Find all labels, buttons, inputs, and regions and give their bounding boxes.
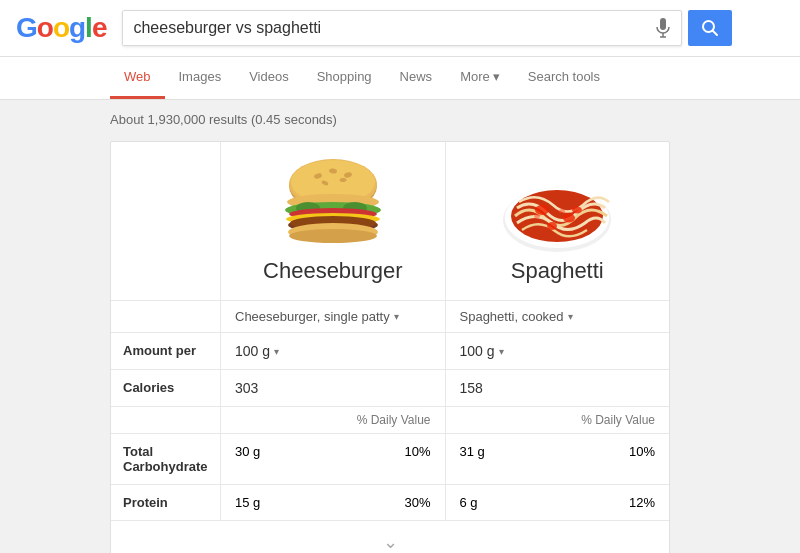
svg-point-29: [572, 207, 582, 214]
food2-serving-select[interactable]: Spaghetti, cooked ▾: [446, 301, 670, 332]
food2-protein-percent: 12%: [629, 495, 655, 510]
percent-daily-header-row: % Daily Value % Daily Value: [111, 407, 669, 434]
food2-carb-values: 31 g 10%: [446, 434, 670, 484]
food1-calories: 303: [221, 370, 446, 406]
tab-shopping[interactable]: Shopping: [303, 57, 386, 99]
food2-serving-arrow: ▾: [568, 311, 573, 322]
food1-protein-percent: 30%: [404, 495, 430, 510]
food2-amount-value: 100 g: [460, 343, 495, 359]
tab-more[interactable]: More ▾: [446, 57, 514, 99]
chevron-down-icon: ▾: [493, 69, 500, 84]
search-button[interactable]: [688, 10, 732, 46]
tab-news[interactable]: News: [386, 57, 447, 99]
protein-row: Protein 15 g 30% 6 g 12%: [111, 485, 669, 521]
calories-row: Calories 303 158: [111, 370, 669, 407]
expand-row: ⌄: [111, 521, 669, 553]
food2-col: Spaghetti: [446, 142, 670, 300]
search-input[interactable]: [123, 11, 645, 45]
food1-serving-select[interactable]: Cheeseburger, single patty ▾: [221, 301, 446, 332]
top-bar: Google: [0, 0, 800, 57]
svg-point-30: [534, 214, 540, 218]
svg-point-27: [563, 214, 575, 223]
results-count: About 1,930,000 results (0.45 seconds): [110, 112, 690, 127]
food2-carb-amount: 31 g: [460, 444, 485, 474]
svg-line-4: [713, 31, 718, 36]
food1-pdv-header: % Daily Value: [221, 407, 446, 433]
search-box-container: [122, 10, 682, 46]
food2-name: Spaghetti: [511, 258, 604, 284]
food1-amount[interactable]: 100 g ▾: [221, 333, 446, 369]
comparison-card: Cheeseburger: [110, 141, 670, 553]
calories-label: Calories: [111, 370, 221, 406]
food1-protein-values: 15 g 30%: [221, 485, 446, 520]
tab-search-tools[interactable]: Search tools: [514, 57, 614, 99]
pdv-label-spacer: [111, 407, 221, 433]
food2-calories: 158: [446, 370, 670, 406]
total-carb-row: Total Carbohydrate 30 g 10% 31 g 10%: [111, 434, 669, 485]
food1-carb-amount: 30 g: [235, 444, 260, 474]
food-label-col: [111, 142, 221, 300]
food1-calories-value: 303: [235, 380, 258, 396]
food2-amount-arrow: ▾: [499, 346, 504, 357]
amount-per-label: Amount per: [111, 333, 221, 369]
food2-serving-label: Spaghetti, cooked: [460, 309, 564, 324]
food1-col: Cheeseburger: [221, 142, 446, 300]
tab-images[interactable]: Images: [165, 57, 236, 99]
spaghetti-image: [497, 158, 617, 258]
food-images-row: Cheeseburger: [111, 142, 669, 301]
cheeseburger-image: [273, 158, 393, 258]
svg-rect-0: [660, 18, 666, 30]
protein-label: Protein: [111, 485, 221, 520]
food2-pdv-header: % Daily Value: [446, 407, 670, 433]
mic-icon[interactable]: [645, 11, 681, 45]
tab-web[interactable]: Web: [110, 57, 165, 99]
google-logo: Google: [16, 12, 106, 44]
svg-point-22: [289, 229, 377, 243]
food2-protein-amount: 6 g: [460, 495, 478, 510]
food2-calories-value: 158: [460, 380, 483, 396]
food2-amount[interactable]: 100 g ▾: [446, 333, 670, 369]
tab-videos[interactable]: Videos: [235, 57, 303, 99]
food1-carb-values: 30 g 10%: [221, 434, 446, 484]
expand-chevron[interactable]: ⌄: [383, 531, 398, 553]
svg-point-28: [547, 222, 557, 230]
food1-amount-arrow: ▾: [274, 346, 279, 357]
food1-protein-amount: 15 g: [235, 495, 260, 510]
main-content: About 1,930,000 results (0.45 seconds): [0, 100, 800, 553]
food1-carb-percent: 10%: [404, 444, 430, 474]
svg-point-31: [559, 209, 565, 213]
food1-serving-label: Cheeseburger, single patty: [235, 309, 390, 324]
food1-amount-value: 100 g: [235, 343, 270, 359]
food2-carb-percent: 10%: [629, 444, 655, 474]
total-carb-label: Total Carbohydrate: [111, 434, 221, 484]
svg-point-26: [535, 205, 549, 215]
amount-per-row: Amount per 100 g ▾ 100 g ▾: [111, 333, 669, 370]
food2-protein-values: 6 g 12%: [446, 485, 670, 520]
food1-serving-arrow: ▾: [394, 311, 399, 322]
nav-tabs: Web Images Videos Shopping News More ▾ S…: [0, 57, 800, 100]
serving-select-row: Cheeseburger, single patty ▾ Spaghetti, …: [111, 301, 669, 333]
food1-name: Cheeseburger: [263, 258, 402, 284]
serving-label-spacer: [111, 301, 221, 332]
